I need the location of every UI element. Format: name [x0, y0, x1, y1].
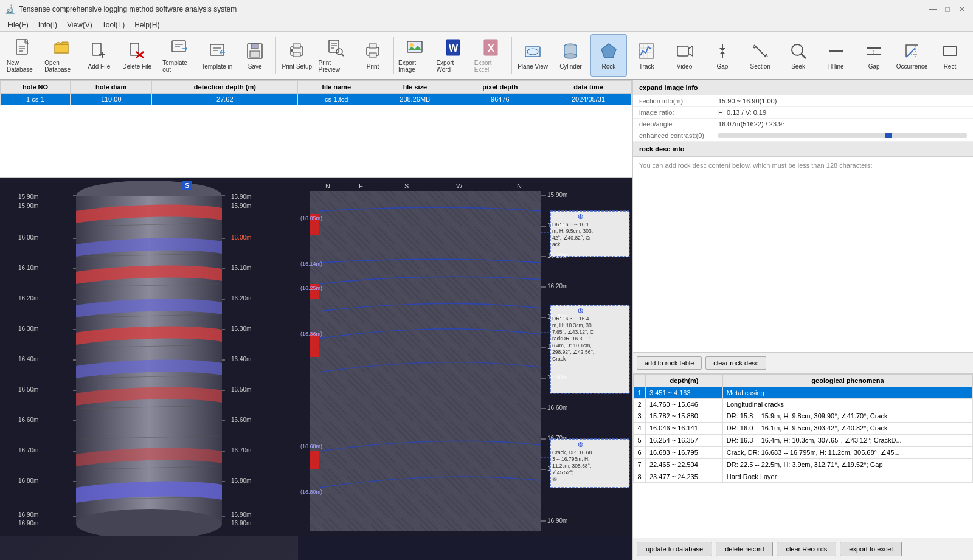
- svg-rect-31: [369, 53, 376, 57]
- print-preview-button[interactable]: Print Preview: [317, 34, 353, 77]
- seek-button[interactable]: Seek: [780, 34, 816, 77]
- clear-records-button[interactable]: clear Records: [777, 542, 836, 556]
- rt-cell-depth: 3.451 ~ 4.163: [646, 387, 723, 398]
- gap2-icon: [864, 41, 884, 61]
- new-database-icon: [13, 38, 33, 57]
- menu-view[interactable]: View(V): [62, 19, 97, 30]
- svg-text:m, H: 9.5cm, 303.: m, H: 9.5cm, 303.: [552, 228, 593, 234]
- svg-text:W: W: [456, 182, 463, 190]
- svg-marker-54: [719, 48, 725, 51]
- export-word-label: Export Word: [436, 60, 469, 73]
- contrast-slider-thumb[interactable]: [885, 133, 892, 138]
- svg-text:15.90m: 15.90m: [18, 193, 38, 200]
- rock-table-actions: add to rock table clear rock desc: [633, 353, 973, 374]
- cylinder-button[interactable]: Cylinder: [552, 34, 589, 77]
- rt-col-phenomena: geological phenomena: [722, 374, 972, 387]
- contrast-slider-track[interactable]: [718, 133, 967, 138]
- video-button[interactable]: Video: [666, 34, 702, 77]
- export-excel-button[interactable]: X Export Excel: [473, 34, 509, 77]
- col-data-time: data time: [545, 81, 631, 94]
- rock-table-row[interactable]: 1 3.451 ~ 4.163 Metal casing: [634, 387, 973, 398]
- rock-table-row[interactable]: 6 16.683 ~ 16.795 Crack, DR: 16.683 -- 1…: [634, 446, 973, 458]
- new-database-label: New Database: [7, 60, 40, 73]
- open-database-button[interactable]: Open Database: [43, 34, 79, 77]
- export-to-excel-button[interactable]: export to excel: [840, 542, 902, 556]
- title-bar: 🔬 Tensense comprehensive logging method …: [0, 0, 973, 18]
- rect-button[interactable]: Rect: [932, 34, 968, 77]
- cylinder-icon: [561, 41, 580, 61]
- rock-table-row[interactable]: 2 14.760 ~ 15.646 Longitudinal cracks: [634, 398, 973, 410]
- menu-file[interactable]: File(F): [2, 19, 33, 30]
- track-button[interactable]: Track: [628, 34, 665, 77]
- rock-button[interactable]: Rock: [590, 34, 627, 77]
- expand-info-label: expand image info: [639, 84, 698, 91]
- svg-rect-10: [172, 41, 185, 52]
- maximize-button[interactable]: □: [941, 3, 954, 15]
- svg-text:16.20m: 16.20m: [18, 295, 38, 302]
- cylinder-view[interactable]: S 15.90m 15.90m 16.00m 16.10m 16.20m 16.…: [0, 178, 298, 560]
- menu-tool[interactable]: Tool(T): [97, 19, 130, 30]
- cell-hole-diam: 110.00: [71, 94, 152, 105]
- rt-cell-phenomena: DR: 22.5 -- 22.5m, H: 3.9cm, 312.71°, ∠1…: [722, 458, 972, 471]
- export-image-button[interactable]: Export Image: [396, 34, 433, 77]
- rock-table-row[interactable]: 7 22.465 ~ 22.504 DR: 22.5 -- 22.5m, H: …: [634, 458, 973, 471]
- delete-file-icon: [127, 41, 147, 61]
- table-row[interactable]: 1 cs-1 110.00 27.62 cs-1.tcd 238.26MB 96…: [1, 94, 632, 105]
- col-hole-diam: hole diam: [71, 81, 152, 94]
- close-button[interactable]: ✕: [956, 3, 968, 15]
- rock-table[interactable]: depth(m) geological phenomena 1 3.451 ~ …: [633, 374, 973, 538]
- enhanced-contrast-row: enhanced contrast:(0): [633, 130, 973, 142]
- enhanced-contrast-label: enhanced contrast:(0): [639, 132, 718, 139]
- svg-text:298.92°, ∠42.56°;: 298.92°, ∠42.56°;: [552, 349, 594, 355]
- image-ratio-value: H: 0.13 / V: 0.19: [718, 109, 766, 116]
- rt-col-index: [634, 374, 646, 387]
- svg-marker-65: [829, 49, 831, 53]
- occurrence-button[interactable]: Occurrence: [893, 34, 930, 77]
- section-button[interactable]: Section: [742, 34, 778, 77]
- gap2-button[interactable]: Gap: [856, 34, 892, 77]
- rock-table-row[interactable]: 3 15.782 ~ 15.880 DR: 15.8 -- 15.9m, H: …: [634, 410, 973, 422]
- export-word-button[interactable]: W Export Word: [434, 34, 471, 77]
- svg-text:16.40m: 16.40m: [231, 356, 251, 362]
- rock-table-row[interactable]: 4 16.046 ~ 16.141 DR: 16.0 -- 16.1m, H: …: [634, 422, 973, 434]
- svg-line-63: [801, 54, 806, 58]
- rect-icon: [940, 41, 960, 61]
- svg-text:16.70m: 16.70m: [231, 447, 251, 454]
- export-word-icon: W: [443, 38, 463, 57]
- print-setup-button[interactable]: Print Setup: [279, 34, 315, 77]
- clear-rock-desc-button[interactable]: clear rock desc: [705, 356, 766, 370]
- rock-table-row[interactable]: 8 23.477 ~ 24.235 Hard Rock Layer: [634, 471, 973, 482]
- new-database-button[interactable]: New Database: [5, 34, 41, 77]
- save-button[interactable]: Save: [237, 34, 273, 77]
- delete-file-button[interactable]: Delete File: [119, 34, 155, 77]
- update-to-database-button[interactable]: update to database: [637, 542, 712, 556]
- menu-info[interactable]: Info(I): [33, 19, 62, 30]
- plane-view-button[interactable]: Plane View: [514, 34, 551, 77]
- unroll-view[interactable]: N E S W N: [298, 178, 632, 560]
- delete-record-button[interactable]: delete record: [716, 542, 773, 556]
- svg-rect-4: [92, 43, 101, 55]
- rt-cell-depth: 16.683 ~ 16.795: [646, 446, 723, 458]
- cell-data-time: 2024/05/31: [545, 94, 631, 105]
- svg-text:ack: ack: [552, 241, 561, 247]
- rt-cell-index: 6: [634, 446, 646, 458]
- template-out-button[interactable]: Template out: [161, 34, 197, 77]
- gap-button[interactable]: Gap: [704, 34, 741, 77]
- rt-cell-index: 1: [634, 387, 646, 398]
- template-in-button[interactable]: Template in: [199, 34, 235, 77]
- print-button[interactable]: Print: [355, 34, 391, 77]
- add-to-rock-table-button[interactable]: add to rock table: [637, 356, 702, 370]
- h-line-button[interactable]: H line: [818, 34, 854, 77]
- svg-text:16.90m: 16.90m: [231, 511, 251, 518]
- occurrence-label: Occurrence: [896, 63, 928, 70]
- gap2-label: Gap: [868, 63, 880, 70]
- svg-rect-30: [369, 44, 376, 48]
- svg-rect-51: [677, 46, 688, 56]
- minimize-button[interactable]: —: [927, 3, 939, 15]
- add-file-button[interactable]: Add File: [81, 34, 117, 77]
- rt-cell-index: 4: [634, 422, 646, 434]
- file-table[interactable]: hole NO hole diam detection depth (m) fi…: [0, 80, 632, 178]
- menu-help[interactable]: Help(H): [130, 19, 164, 30]
- rock-table-row[interactable]: 5 16.254 ~ 16.357 DR: 16.3 -- 16.4m, H: …: [634, 434, 973, 446]
- seek-icon: [789, 41, 808, 61]
